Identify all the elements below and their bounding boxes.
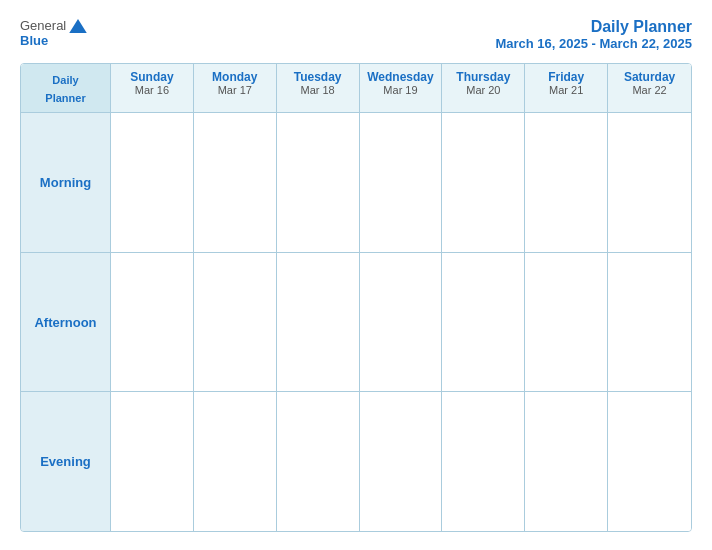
- planner-date-range: March 16, 2025 - March 22, 2025: [495, 36, 692, 51]
- header-cell-friday: Friday Mar 21: [525, 64, 608, 113]
- evening-sunday[interactable]: [111, 392, 194, 531]
- afternoon-row: Afternoon: [21, 253, 691, 393]
- monday-label: Monday: [198, 70, 272, 84]
- evening-row: Evening: [21, 392, 691, 531]
- evening-wednesday[interactable]: [360, 392, 443, 531]
- logo-blue-text: Blue: [20, 33, 48, 48]
- morning-label-cell: Morning: [21, 113, 111, 252]
- logo-general-text: General: [20, 18, 66, 33]
- morning-friday[interactable]: [525, 113, 608, 252]
- evening-saturday[interactable]: [608, 392, 691, 531]
- monday-date: Mar 17: [198, 84, 272, 96]
- sunday-label: Sunday: [115, 70, 189, 84]
- friday-date: Mar 21: [529, 84, 603, 96]
- evening-friday[interactable]: [525, 392, 608, 531]
- morning-monday[interactable]: [194, 113, 277, 252]
- header-cell-sunday: Sunday Mar 16: [111, 64, 194, 113]
- afternoon-label: Afternoon: [34, 315, 96, 330]
- evening-monday[interactable]: [194, 392, 277, 531]
- afternoon-wednesday[interactable]: [360, 253, 443, 392]
- header-cell-saturday: Saturday Mar 22: [608, 64, 691, 113]
- calendar: DailyPlanner Sunday Mar 16 Monday Mar 17…: [20, 63, 692, 532]
- header-daily-planner: DailyPlanner: [45, 74, 85, 104]
- afternoon-label-cell: Afternoon: [21, 253, 111, 392]
- logo-text: General: [20, 18, 87, 33]
- header-cell-tuesday: Tuesday Mar 18: [277, 64, 360, 113]
- sunday-date: Mar 16: [115, 84, 189, 96]
- morning-label: Morning: [40, 175, 91, 190]
- title-area: Daily Planner March 16, 2025 - March 22,…: [495, 18, 692, 51]
- planner-title: Daily Planner: [495, 18, 692, 36]
- saturday-label: Saturday: [612, 70, 687, 84]
- page: General Blue Daily Planner March 16, 202…: [0, 0, 712, 550]
- calendar-header-row: DailyPlanner Sunday Mar 16 Monday Mar 17…: [21, 64, 691, 113]
- morning-sunday[interactable]: [111, 113, 194, 252]
- morning-row: Morning: [21, 113, 691, 253]
- svg-marker-0: [70, 19, 88, 33]
- afternoon-tuesday[interactable]: [277, 253, 360, 392]
- afternoon-friday[interactable]: [525, 253, 608, 392]
- morning-thursday[interactable]: [442, 113, 525, 252]
- wednesday-label: Wednesday: [364, 70, 438, 84]
- logo-area: General Blue: [20, 18, 87, 48]
- calendar-body: Morning Afternoon: [21, 113, 691, 531]
- logo-icon: [69, 19, 87, 33]
- afternoon-monday[interactable]: [194, 253, 277, 392]
- afternoon-sunday[interactable]: [111, 253, 194, 392]
- evening-tuesday[interactable]: [277, 392, 360, 531]
- thursday-label: Thursday: [446, 70, 520, 84]
- evening-thursday[interactable]: [442, 392, 525, 531]
- tuesday-label: Tuesday: [281, 70, 355, 84]
- friday-label: Friday: [529, 70, 603, 84]
- morning-saturday[interactable]: [608, 113, 691, 252]
- header-cell-wednesday: Wednesday Mar 19: [360, 64, 443, 113]
- evening-label-cell: Evening: [21, 392, 111, 531]
- header-cell-thursday: Thursday Mar 20: [442, 64, 525, 113]
- header: General Blue Daily Planner March 16, 202…: [20, 18, 692, 51]
- morning-wednesday[interactable]: [360, 113, 443, 252]
- tuesday-date: Mar 18: [281, 84, 355, 96]
- morning-tuesday[interactable]: [277, 113, 360, 252]
- evening-label: Evening: [40, 454, 91, 469]
- wednesday-date: Mar 19: [364, 84, 438, 96]
- afternoon-thursday[interactable]: [442, 253, 525, 392]
- saturday-date: Mar 22: [612, 84, 687, 96]
- afternoon-saturday[interactable]: [608, 253, 691, 392]
- header-cell-monday: Monday Mar 17: [194, 64, 277, 113]
- header-cell-label: DailyPlanner: [21, 64, 111, 113]
- thursday-date: Mar 20: [446, 84, 520, 96]
